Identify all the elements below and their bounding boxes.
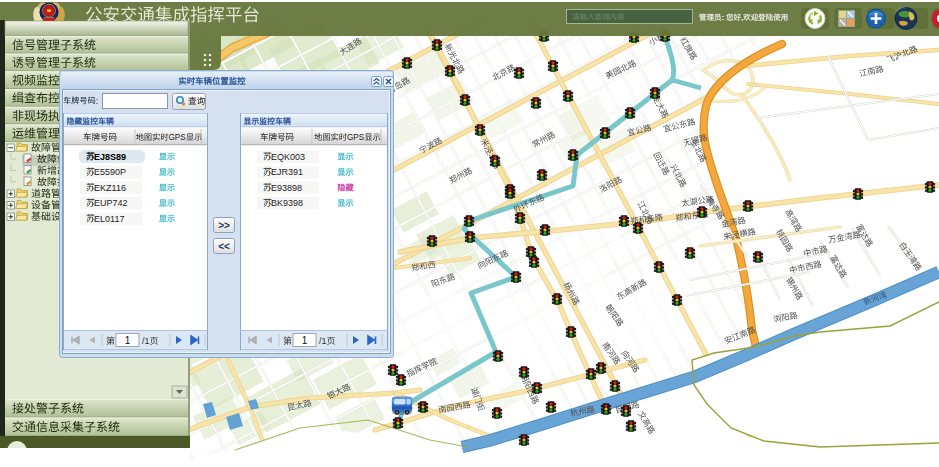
svg-text:,: , (741, 13, 743, 22)
svg-text:<<: << (218, 241, 230, 252)
svg-text:EKZ116: EKZ116 (94, 183, 126, 193)
svg-text:E5590P: E5590P (94, 167, 126, 177)
svg-text:EJR391: EJR391 (271, 167, 303, 177)
svg-text:E93898: E93898 (271, 183, 302, 193)
svg-text:EUP742: EUP742 (94, 198, 128, 208)
svg-text:GPS: GPS (347, 133, 365, 142)
svg-text:>>: >> (218, 220, 230, 231)
svg-text:EJ8S89: EJ8S89 (94, 152, 126, 162)
svg-text:/1: /1 (142, 336, 150, 346)
svg-text::: : (96, 97, 98, 106)
svg-text::: : (722, 13, 725, 22)
svg-text:1: 1 (302, 335, 308, 346)
svg-text:EQK003: EQK003 (271, 152, 305, 162)
svg-text:/1: /1 (319, 336, 327, 346)
svg-text:1: 1 (125, 335, 131, 346)
svg-text:BK9398: BK9398 (271, 198, 303, 208)
svg-text:EL0117: EL0117 (94, 214, 124, 224)
svg-text:GPS: GPS (169, 133, 187, 142)
